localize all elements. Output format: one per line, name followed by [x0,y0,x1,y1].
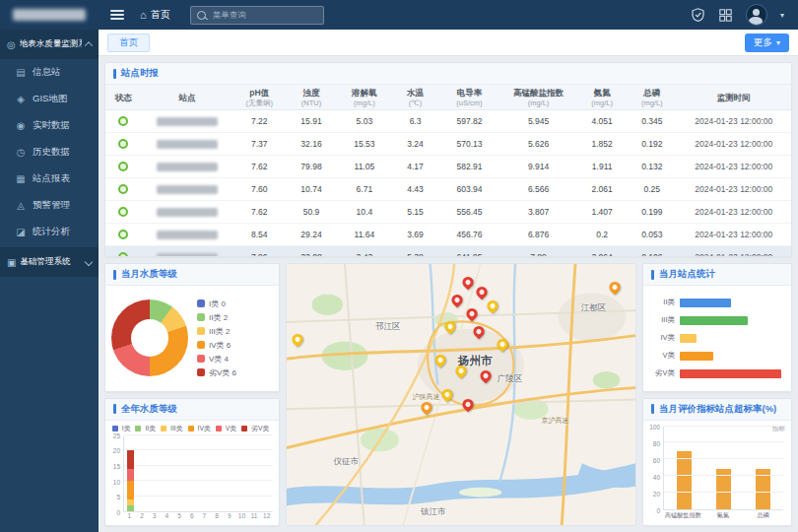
column-header-name: 总磷 [628,88,677,99]
value-cell: 597.82 [438,109,499,132]
value-cell: 10.74 [286,177,337,200]
apps-grid-icon[interactable] [718,8,733,23]
status-cell [105,223,142,245]
column-header: 溶解氧(mg/L) [337,85,392,109]
gis-map[interactable]: 扬州市邗江区江都区广陵区仪征市镇江市沪陕高速京沪高速 [286,263,636,526]
value-cell: 7.89 [500,245,577,256]
value-cell: 15.53 [337,132,392,155]
year-grade-chart[interactable]: I类II类III类IV类V类劣V类 0510152025 12345678910… [105,421,279,526]
column-header-unit: (mg/L) [576,99,628,107]
bar-track [680,352,781,361]
x-tick-label: 1 [123,512,136,522]
value-cell: 603.94 [438,177,499,200]
hbar-row: III类 [649,315,781,325]
donut-legend: I类 0II类 2III类 2IV类 6V类 4劣V类 6 [197,299,236,378]
gridline [664,492,783,493]
x-tick-label: 8 [211,512,224,522]
table-row[interactable]: 7.2215.915.036.3597.825.9454.0510.345202… [105,109,791,132]
station-cell [142,245,233,256]
station-stats-chart[interactable]: II类III类IV类V类劣V类 [643,286,791,391]
system-icon: ▣ [7,257,16,268]
table-row[interactable]: 7.6010.746.714.43603.946.5662.0610.25202… [105,177,791,200]
legend-item[interactable]: V类 4 [197,354,236,365]
y-tick-label: 25 [113,432,120,438]
table-row[interactable]: 8.5429.2411.643.69456.766.8760.20.053202… [105,223,791,245]
menu-search-input[interactable] [211,9,317,21]
legend-label: IV类 6 [209,340,231,351]
value-cell: 7.62 [233,155,286,177]
sidebar-item-station-report[interactable]: ▦ 站点报表 [0,166,99,192]
top-bar: ⌂ 首页 ▾ [0,0,798,30]
sidebar-item-label: 预警管理 [33,199,70,212]
sidebar-item-label: 统计分析 [33,226,70,238]
bar-segment [127,469,134,481]
sidebar-item-realtime-data[interactable]: ◉ 实时数据 [0,112,99,139]
y-axis: 020406080100 [646,427,663,511]
category-label: 劣V类 [649,368,675,378]
panel-title: 站点时报 [105,63,791,85]
column-header: 高锰酸盐指数(mg/L) [500,85,577,109]
column-header-unit: (uS/cm) [438,99,499,107]
menu-toggle-icon[interactable] [110,10,124,20]
legend-item[interactable]: 劣V类 6 [197,367,236,378]
more-button[interactable]: 更多 ▾ [745,33,789,52]
sidebar-item-statistics[interactable]: ◪ 统计分析 [0,219,99,245]
table-row[interactable]: 7.9633.083.435.38641.957.893.0640.106202… [105,245,791,256]
table-row[interactable]: 7.6250.910.45.15556.453.8071.4070.199202… [105,200,791,223]
legend-swatch [188,426,194,432]
legend-item[interactable]: 劣V类 [241,424,269,433]
gridline [664,458,783,459]
exceed-rate-chart[interactable]: 指标 020406080100 高锰酸盐指数氨氮总磷 [643,421,791,526]
station-cell [142,200,233,223]
user-avatar[interactable] [746,4,767,26]
legend-label: III类 2 [209,326,230,337]
category-label: 高锰酸盐指数 [663,510,703,522]
column-header-name: 电导率 [438,88,499,99]
legend-item[interactable]: IV类 [188,424,211,433]
value-cell: 5.03 [337,109,392,132]
y-tick-label: 20 [113,447,120,454]
legend-item[interactable]: III类 2 [197,326,236,337]
column-header-unit: (℃) [392,99,438,107]
category-label: 总磷 [743,510,783,522]
value-cell: 0.053 [628,223,677,245]
status-cell [105,132,142,155]
legend-item[interactable]: II类 2 [197,312,236,323]
chevron-down-icon[interactable]: ▾ [780,11,784,20]
legend-item[interactable]: IV类 6 [197,340,236,351]
topbar-home-link[interactable]: ⌂ 首页 [140,8,170,22]
sidebar-item-alert-management[interactable]: ◬ 预警管理 [0,192,99,219]
status-cell [105,200,142,223]
water-grade-donut-chart[interactable] [111,299,188,376]
table-row[interactable]: 7.3732.1615.533.24570.135.6261.8520.1922… [105,132,791,155]
category-label: V类 [649,351,675,361]
sidebar-group-basic-management[interactable]: ▣ 基础管理系统 [0,247,99,277]
legend-label: II类 [145,424,156,433]
legend-item[interactable]: V类 [216,424,236,433]
value-cell: 4.17 [392,155,438,177]
monitor-time-cell: 2024-01-23 12:00:00 [677,223,791,245]
sidebar-item-info-station[interactable]: ▤ 信息站 [0,59,99,86]
tab-home[interactable]: 首页 [107,33,150,52]
sidebar-item-gis-map[interactable]: ◈ GIS地图 [0,86,99,112]
menu-search-box[interactable] [190,6,324,25]
shield-icon[interactable] [691,8,705,23]
status-dot-green [118,139,128,149]
column-header: 氨氮(mg/L) [576,85,628,109]
sidebar-group-surface-water-system[interactable]: ◎ 地表水质量监测系统 [0,30,99,59]
legend-label: IV类 [198,424,211,433]
y-axis: 0510152025 [108,435,123,513]
station-report-panel: 站点时报 状态站点pH值(无量纲)浊度(NTU)溶解氧(mg/L)水温(℃)电导… [104,62,792,257]
legend-item[interactable]: I类 0 [197,299,236,309]
value-cell: 1.852 [576,132,628,155]
legend-item[interactable]: III类 [161,424,182,433]
value-cell: 7.37 [233,132,286,155]
sidebar-item-history-data[interactable]: ◷ 历史数据 [0,139,99,166]
category-label: IV类 [649,333,675,343]
plot-area [663,427,783,511]
value-cell: 0.2 [576,223,628,245]
legend-item[interactable]: II类 [135,424,156,433]
monitor-time-cell: 2024-01-23 12:00:00 [677,109,791,132]
bar-segment [127,481,134,499]
table-row[interactable]: 7.6279.9811.054.17582.919.9141.9110.1322… [105,155,791,177]
